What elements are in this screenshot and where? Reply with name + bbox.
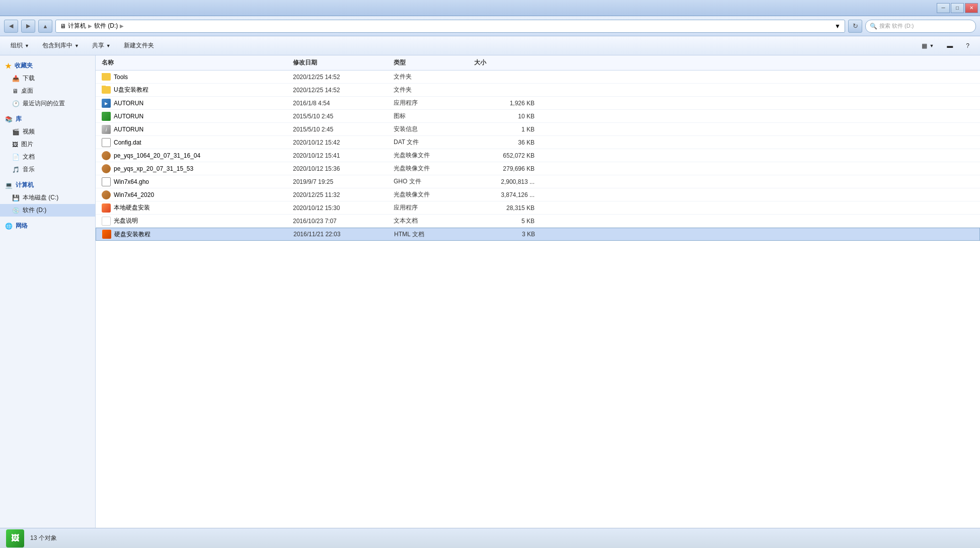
share-label: 共享: [92, 41, 104, 50]
file-name-cell: Config.dat: [102, 138, 293, 147]
file-size-cell: 1,926 KB: [474, 100, 540, 107]
organize-label: 组织: [11, 41, 23, 50]
file-type-cell: HTML 文档: [394, 230, 475, 239]
up-button[interactable]: ▲: [38, 20, 52, 33]
status-count: 13 个对象: [30, 534, 57, 542]
search-box[interactable]: 🔍 搜索 软件 (D:): [865, 20, 976, 33]
sidebar-network-header[interactable]: 🌐 网络: [0, 220, 95, 232]
file-type-cell: 光盘映像文件: [394, 190, 474, 199]
file-name-text: Win7x64_2020: [114, 191, 154, 198]
refresh-button[interactable]: ↻: [848, 20, 862, 33]
new-folder-label: 新建文件夹: [124, 41, 154, 50]
exe-icon: [102, 99, 111, 108]
file-name-cell: AUTORUN: [102, 125, 293, 134]
table-row[interactable]: AUTORUN 2015/5/10 2:45 图标 10 KB: [96, 110, 980, 123]
file-type-cell: GHO 文件: [394, 177, 474, 186]
sidebar-computer-header[interactable]: 💻 计算机: [0, 179, 95, 191]
close-button[interactable]: ✕: [965, 3, 978, 13]
sidebar-item-videos[interactable]: 🎬 视频: [0, 125, 95, 138]
file-date-cell: 2016/1/8 4:54: [293, 100, 394, 107]
table-row[interactable]: 本地硬盘安装 2020/10/12 15:30 应用程序 28,315 KB: [96, 201, 980, 215]
view-button[interactable]: ▦ ▼: [916, 39, 939, 53]
organize-dropdown-icon: ▼: [25, 43, 29, 48]
table-row[interactable]: AUTORUN 2016/1/8 4:54 应用程序 1,926 KB: [96, 97, 980, 110]
status-bar: 🖼 13 个对象: [0, 528, 980, 548]
col-header-name[interactable]: 名称: [102, 58, 293, 67]
libraries-icon: 📚: [5, 116, 13, 123]
table-row[interactable]: Win7x64.gho 2019/9/7 19:25 GHO 文件 2,900,…: [96, 175, 980, 188]
gho-icon: [102, 177, 111, 186]
forward-button[interactable]: ▶: [21, 20, 35, 33]
address-bar: ◀ ▶ ▲ 🖥 计算机 ▶ 软件 (D:) ▶ ▼ ↻ 🔍 搜索 软件 (D:): [0, 16, 980, 36]
sidebar-libraries-section: 📚 库 🎬 视频 🖼 图片 📄 文档 🎵 音乐: [0, 113, 95, 176]
sidebar-item-documents[interactable]: 📄 文档: [0, 151, 95, 163]
local-disk-c-label: 本地磁盘 (C:): [23, 193, 58, 202]
file-type-cell: 文本文档: [394, 217, 474, 225]
table-row[interactable]: Config.dat 2020/10/12 15:42 DAT 文件 36 KB: [96, 136, 980, 149]
maximize-button[interactable]: □: [951, 3, 964, 13]
col-header-type[interactable]: 类型: [394, 58, 474, 67]
computer-sidebar-icon: 💻: [5, 182, 13, 189]
back-button[interactable]: ◀: [4, 20, 18, 33]
documents-label: 文档: [23, 153, 35, 161]
file-name-cell: Win7x64_2020: [102, 190, 293, 199]
recent-icon: 🕐: [12, 100, 20, 107]
organize-button[interactable]: 组织 ▼: [5, 39, 35, 53]
help-icon: ?: [966, 42, 969, 49]
file-list: Tools 2020/12/25 14:52 文件夹 U盘安装教程 2020/1…: [96, 71, 980, 528]
table-row[interactable]: U盘安装教程 2020/12/25 14:52 文件夹: [96, 84, 980, 97]
sidebar-libraries-header[interactable]: 📚 库: [0, 113, 95, 125]
iso-icon: [102, 164, 111, 173]
help-button[interactable]: ?: [960, 39, 975, 53]
ico-icon: [102, 112, 111, 121]
table-row[interactable]: pe_yqs_1064_20_07_31_16_04 2020/10/12 15…: [96, 149, 980, 162]
iso-icon: [102, 190, 111, 199]
sidebar-item-recent[interactable]: 🕐 最近访问的位置: [0, 97, 95, 110]
file-name-text: 光盘说明: [114, 217, 138, 225]
iso-icon: [102, 151, 111, 160]
share-button[interactable]: 共享 ▼: [87, 39, 116, 53]
file-type-cell: 应用程序: [394, 99, 474, 107]
new-folder-button[interactable]: 新建文件夹: [118, 39, 160, 53]
disk-c-icon: 💾: [12, 194, 20, 201]
sidebar-item-software-d[interactable]: 💿 软件 (D:): [0, 204, 95, 217]
table-row[interactable]: AUTORUN 2015/5/10 2:45 安装信息 1 KB: [96, 123, 980, 136]
table-row[interactable]: pe_yqs_xp_20_07_31_15_53 2020/10/12 15:3…: [96, 162, 980, 175]
minimize-button[interactable]: ─: [937, 3, 950, 13]
table-row[interactable]: Tools 2020/12/25 14:52 文件夹: [96, 71, 980, 84]
file-name-cell: 光盘说明: [102, 217, 293, 226]
table-row[interactable]: 光盘说明 2016/10/23 7:07 文本文档 5 KB: [96, 215, 980, 228]
file-name-cell: 硬盘安装教程: [102, 230, 293, 239]
sidebar-item-pictures[interactable]: 🖼 图片: [0, 138, 95, 151]
sidebar-item-desktop[interactable]: 🖥 桌面: [0, 85, 95, 97]
sidebar-item-local-disk-c[interactable]: 💾 本地磁盘 (C:): [0, 191, 95, 204]
file-type-cell: DAT 文件: [394, 138, 474, 147]
file-name-text: AUTORUN: [114, 100, 143, 107]
file-size-cell: 5 KB: [474, 218, 540, 225]
breadcrumb-computer[interactable]: 计算机: [68, 22, 86, 30]
breadcrumb-drive[interactable]: 软件 (D:): [94, 22, 118, 30]
breadcrumb-dropdown[interactable]: ▼: [835, 23, 841, 30]
file-name-cell: AUTORUN: [102, 112, 293, 121]
file-date-cell: 2020/12/25 14:52: [293, 74, 394, 81]
breadcrumb-sep-2: ▶: [120, 23, 124, 29]
videos-label: 视频: [23, 127, 35, 136]
sidebar-item-downloads[interactable]: 📥 下载: [0, 72, 95, 85]
breadcrumb[interactable]: 🖥 计算机 ▶ 软件 (D:) ▶ ▼: [55, 20, 845, 33]
sidebar-favorites-header[interactable]: ★ 收藏夹: [0, 59, 95, 72]
music-label: 音乐: [23, 165, 35, 174]
file-name-text: U盘安装教程: [114, 86, 148, 94]
table-row[interactable]: 硬盘安装教程 2016/11/21 22:03 HTML 文档 3 KB: [96, 228, 980, 241]
table-row[interactable]: Win7x64_2020 2020/12/25 11:32 光盘映像文件 3,8…: [96, 188, 980, 201]
file-name-text: pe_yqs_1064_20_07_31_16_04: [114, 152, 200, 159]
file-size-cell: 36 KB: [474, 139, 540, 146]
add-to-library-button[interactable]: 包含到库中 ▼: [37, 39, 85, 53]
file-date-cell: 2020/10/12 15:42: [293, 139, 394, 146]
col-header-size[interactable]: 大小: [474, 58, 540, 67]
add-to-library-label: 包含到库中: [42, 41, 72, 50]
sidebar-item-music[interactable]: 🎵 音乐: [0, 163, 95, 176]
col-header-date[interactable]: 修改日期: [293, 58, 394, 67]
share-dropdown-icon: ▼: [106, 43, 111, 48]
preview-button[interactable]: ▬: [941, 39, 958, 53]
sidebar-computer-section: 💻 计算机 💾 本地磁盘 (C:) 💿 软件 (D:): [0, 179, 95, 217]
